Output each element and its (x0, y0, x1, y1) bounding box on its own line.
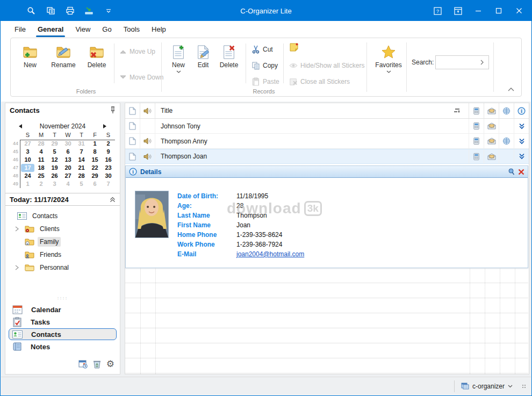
nav-notes[interactable]: Notes (9, 341, 117, 352)
tree-item-personnal[interactable]: Personnal (8, 261, 118, 274)
cut-button[interactable]: Cut (251, 44, 273, 55)
resize-grip[interactable] (522, 385, 526, 388)
mail-cell[interactable] (484, 134, 499, 148)
contact-row[interactable]: Johnson Tony (125, 119, 529, 134)
next-month-button[interactable] (103, 124, 107, 129)
detach-pin-icon[interactable] (508, 168, 515, 176)
menu-general[interactable]: General (32, 22, 69, 37)
calendar-day[interactable]: 2 (102, 140, 115, 148)
menu-view[interactable]: View (69, 22, 96, 37)
phone-cell[interactable] (469, 134, 484, 148)
export-icon[interactable] (83, 5, 95, 17)
calendar-day[interactable]: 3 (48, 180, 61, 188)
calendar-day[interactable]: 22 (88, 164, 102, 172)
today-bar[interactable]: Today: 11/17/2024 (5, 193, 120, 206)
audio-column-header[interactable] (140, 103, 155, 118)
calendar-day[interactable]: 24 (21, 172, 34, 180)
delete-record-button[interactable]: Delete (216, 42, 242, 69)
calendar-day[interactable]: 28 (75, 172, 88, 180)
calendar-day[interactable]: 8 (88, 148, 102, 156)
calendar-day[interactable]: 11 (34, 156, 48, 164)
sidebar-splitter[interactable]: ········ (56, 297, 69, 300)
new-folder-button[interactable]: New (15, 42, 45, 69)
record-type-column-header[interactable] (125, 103, 140, 118)
calendar-day[interactable]: 21 (75, 164, 88, 172)
rollup-window-icon[interactable] (449, 3, 467, 19)
phone-column-header[interactable] (469, 103, 484, 118)
web-cell[interactable] (499, 149, 514, 163)
tree-item-contacts[interactable]: Contacts (8, 210, 118, 222)
help-icon[interactable]: ? (428, 3, 447, 19)
menu-go[interactable]: Go (96, 22, 117, 37)
calendar-day[interactable]: 6 (61, 148, 75, 156)
calendar-day[interactable]: 29 (88, 172, 102, 180)
calendar-day[interactable]: 12 (48, 156, 61, 164)
calendar-day[interactable]: 4 (61, 180, 75, 188)
web-column-header[interactable] (499, 103, 514, 118)
contact-row-selected[interactable]: Thompson Joan (125, 149, 529, 164)
calendar-day[interactable]: 15 (88, 156, 102, 164)
calendar-day[interactable]: 17 (21, 164, 34, 172)
edit-record-button[interactable]: Edit (191, 42, 215, 69)
calendar-day[interactable]: 5 (75, 180, 88, 188)
minimize-icon[interactable] (469, 3, 487, 19)
title-column-header[interactable]: Title (155, 103, 469, 118)
calendar-day[interactable]: 30 (61, 140, 75, 148)
calendar-day[interactable]: 2 (34, 180, 48, 188)
phone-cell[interactable] (469, 119, 484, 133)
calendar-day[interactable]: 6 (88, 180, 102, 188)
info-column-header[interactable]: i (514, 103, 529, 118)
calendar-day[interactable]: 19 (48, 164, 61, 172)
calendar-day[interactable]: 10 (21, 156, 34, 164)
calendar-day[interactable]: 27 (21, 140, 34, 148)
expand-icon[interactable] (15, 265, 21, 270)
web-cell[interactable] (499, 134, 514, 148)
web-cell[interactable] (499, 119, 514, 133)
calendar-day[interactable]: 20 (61, 164, 75, 172)
mail-cell[interactable] (484, 119, 499, 133)
expand-icon[interactable] (15, 226, 21, 232)
calendar-day[interactable]: 1 (88, 140, 102, 148)
calendar-day[interactable]: 27 (61, 172, 75, 180)
tree-item-friends[interactable]: Friends (8, 248, 118, 261)
contact-row[interactable]: Thompson Anny (125, 134, 529, 149)
calendar-day[interactable]: 30 (102, 172, 115, 180)
search-icon[interactable] (25, 5, 37, 17)
tree-item-clients[interactable]: Clients (8, 222, 118, 235)
calendar-day[interactable]: 1 (21, 180, 34, 188)
mail-column-header[interactable] (484, 103, 499, 118)
calendar-day[interactable]: 7 (75, 148, 88, 156)
nav-contacts[interactable]: Contacts (9, 328, 117, 340)
holidays-calendar-icon[interactable] (78, 359, 88, 369)
favorites-button[interactable]: Favorites (372, 42, 405, 73)
new-record-button[interactable]: New (167, 42, 190, 73)
rename-folder-button[interactable]: Rename (46, 42, 81, 69)
calendar-day[interactable]: 5 (48, 148, 61, 156)
menu-help[interactable]: Help (146, 22, 172, 37)
calendar-day[interactable]: 3 (21, 148, 34, 156)
calendar-day[interactable]: 18 (34, 164, 48, 172)
recycle-bin-icon[interactable] (93, 359, 101, 369)
search-input[interactable] (436, 59, 479, 66)
calendar-day[interactable]: 31 (75, 140, 88, 148)
calendar-day[interactable]: 26 (48, 172, 61, 180)
email-link[interactable]: joan2004@hotmail.com (236, 250, 304, 258)
calendar-day[interactable]: 13 (61, 156, 75, 164)
settings-gear-icon[interactable]: ⚙ (106, 360, 114, 369)
collapse-panel-icon[interactable] (110, 197, 116, 203)
calendar-day[interactable]: 28 (34, 140, 48, 148)
phone-cell[interactable] (469, 149, 484, 163)
nav-tasks[interactable]: Tasks (9, 316, 117, 328)
copy-button[interactable]: Copy (251, 60, 278, 71)
calendar-day[interactable]: 7 (102, 180, 115, 188)
search-go-icon[interactable] (479, 60, 486, 65)
nav-calendar[interactable]: Calendar (9, 304, 117, 315)
menu-file[interactable]: File (9, 22, 32, 37)
maximize-icon[interactable] (490, 3, 508, 19)
pin-icon[interactable] (110, 106, 116, 114)
expand-details-cell[interactable] (514, 149, 529, 163)
tree-item-family[interactable]: Family (8, 235, 118, 248)
collapse-ribbon-button[interactable] (505, 84, 517, 94)
sort-icon[interactable] (454, 108, 461, 113)
calendar-day[interactable]: 25 (34, 172, 48, 180)
